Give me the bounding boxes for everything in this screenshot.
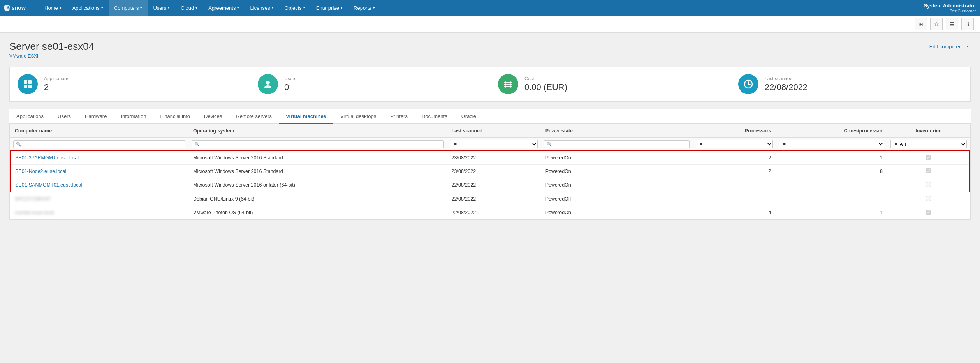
cell-os: Microsoft Windows Server 2016 Standard: [188, 165, 447, 178]
col-header-inventoried[interactable]: Inventoried: [887, 124, 970, 138]
nav-users-caret: ▾: [168, 6, 170, 10]
col-header-computer-name[interactable]: Computer name: [10, 124, 188, 138]
tab-information[interactable]: Information: [114, 109, 153, 124]
page-actions: Edit computer ⋮: [929, 42, 971, 51]
tab-remote-servers[interactable]: Remote servers: [229, 109, 279, 124]
cell-power-state: PoweredOn: [541, 206, 693, 220]
cell-power-state: PoweredOn: [541, 165, 693, 178]
svg-rect-5: [24, 85, 27, 88]
inventoried-checkbox[interactable]: [926, 155, 931, 160]
cell-cores: [776, 178, 887, 192]
inventoried-checkbox[interactable]: [926, 182, 931, 187]
cell-processors: [693, 192, 776, 206]
logo[interactable]: ❄ snow: [4, 4, 31, 12]
cell-os: Debian GNU/Linux 9 (64-bit): [188, 192, 447, 206]
page-subtitle[interactable]: VMware ESXi: [9, 53, 94, 59]
edit-computer-link[interactable]: Edit computer: [929, 44, 961, 49]
cell-last-scanned: 22/08/2022: [447, 206, 541, 220]
filter-os[interactable]: [188, 138, 447, 151]
inventoried-checkbox[interactable]: [926, 168, 931, 173]
card-last-scanned-info: Last scanned 22/08/2022: [765, 76, 808, 92]
col-header-os[interactable]: Operating system: [188, 124, 447, 138]
inventoried-checkbox[interactable]: [926, 210, 931, 215]
filter-last-scanned[interactable]: =: [447, 138, 541, 151]
page-title: Server se01-esx04: [9, 41, 94, 53]
tab-virtual-machines[interactable]: Virtual machines: [279, 109, 333, 124]
filter-power-state-input[interactable]: [544, 140, 690, 148]
print-btn[interactable]: 🖨: [961, 18, 974, 30]
toolbar: ⊞ ☆ ☰ 🖨: [0, 16, 980, 33]
tab-applications[interactable]: Applications: [9, 109, 51, 124]
card-users[interactable]: Users 0: [250, 67, 490, 101]
filter-processors-select[interactable]: =: [696, 140, 773, 148]
col-header-power-state[interactable]: Power state: [541, 124, 693, 138]
list-btn[interactable]: ☰: [946, 18, 958, 30]
filter-computer-name-input[interactable]: [13, 140, 185, 148]
nav-computers[interactable]: Computers ▾: [109, 0, 148, 16]
cell-last-scanned: 22/08/2022: [447, 178, 541, 192]
tab-financial-info[interactable]: Financial info: [153, 109, 197, 124]
cell-last-scanned: 22/08/2022: [447, 192, 541, 206]
nav-cloud[interactable]: Cloud ▾: [175, 0, 203, 16]
cell-processors: 2: [693, 151, 776, 165]
svg-rect-4: [28, 80, 32, 84]
filter-processors[interactable]: =: [693, 138, 776, 151]
svg-rect-11: [505, 81, 506, 88]
table-row[interactable]: vcenter.euse.localVMware Photon OS (64-b…: [10, 206, 970, 220]
filter-inventoried-select[interactable]: = (All) Yes No: [890, 140, 967, 148]
nav-enterprise[interactable]: Enterprise ▾: [311, 0, 348, 16]
user-info: System Administrator TestCustomer: [924, 3, 976, 13]
tab-oracle[interactable]: Oracle: [454, 109, 483, 124]
card-cost-icon: [498, 74, 518, 94]
nav-applications[interactable]: Applications ▾: [67, 0, 109, 16]
col-header-cores[interactable]: Cores/processor: [776, 124, 887, 138]
page-content: Server se01-esx04 VMware ESXi Edit compu…: [0, 33, 980, 363]
tab-virtual-desktops[interactable]: Virtual desktops: [333, 109, 383, 124]
card-cost[interactable]: Cost 0.00 (EUR): [490, 67, 730, 101]
nav-objects[interactable]: Objects ▾: [279, 0, 311, 16]
tab-hardware[interactable]: Hardware: [78, 109, 114, 124]
table-row[interactable]: SE01-Node2.euse.localMicrosoft Windows S…: [10, 165, 970, 178]
svg-point-14: [748, 84, 749, 85]
table-row[interactable]: SE01-3PARMGMT.euse.localMicrosoft Window…: [10, 151, 970, 165]
cell-cores: [776, 192, 887, 206]
nav-enterprise-caret: ▾: [341, 6, 343, 10]
table-row[interactable]: SPCZ1T290C6TDebian GNU/Linux 9 (64-bit)2…: [10, 192, 970, 206]
tab-printers[interactable]: Printers: [383, 109, 415, 124]
col-header-last-scanned[interactable]: Last scanned: [447, 124, 541, 138]
page-header: Server se01-esx04 VMware ESXi Edit compu…: [9, 41, 971, 59]
filter-os-input[interactable]: [192, 140, 444, 148]
svg-rect-6: [28, 85, 32, 88]
card-last-scanned[interactable]: Last scanned 22/08/2022: [730, 67, 970, 101]
cell-cores: 1: [776, 206, 887, 220]
col-header-processors[interactable]: Processors: [693, 124, 776, 138]
filter-power-state[interactable]: [541, 138, 693, 151]
virtual-machines-table: Computer name Operating system Last scan…: [9, 124, 971, 220]
nav-home[interactable]: Home ▾: [39, 0, 67, 16]
filter-last-scanned-select[interactable]: =: [450, 140, 538, 148]
filter-inventoried[interactable]: = (All) Yes No: [887, 138, 970, 151]
nav-reports[interactable]: Reports ▾: [348, 0, 380, 16]
filter-cores-select[interactable]: =: [779, 140, 884, 148]
filter-cores[interactable]: =: [776, 138, 887, 151]
nav-licenses[interactable]: Licenses ▾: [245, 0, 279, 16]
summary-cards: Applications 2 Users 0: [9, 67, 971, 102]
nav-agreements[interactable]: Agreements ▾: [203, 0, 245, 16]
cell-inventoried: [887, 192, 970, 206]
tab-documents[interactable]: Documents: [415, 109, 454, 124]
nav-agreements-caret: ▾: [237, 6, 239, 10]
table-row[interactable]: SE01-SANMGMT01.euse.localMicrosoft Windo…: [10, 178, 970, 192]
svg-point-7: [266, 81, 270, 85]
tab-devices[interactable]: Devices: [197, 109, 229, 124]
nav-users[interactable]: Users ▾: [148, 0, 175, 16]
cell-processors: 2: [693, 165, 776, 178]
more-options-btn[interactable]: ⋮: [964, 42, 971, 51]
cell-last-scanned: 23/08/2022: [447, 151, 541, 165]
cell-computer-name: SPCZ1T290C6T: [10, 192, 188, 206]
filter-computer-name[interactable]: [10, 138, 188, 151]
tab-users[interactable]: Users: [51, 109, 78, 124]
card-applications[interactable]: Applications 2: [10, 67, 250, 101]
favorite-btn[interactable]: ☆: [930, 18, 943, 30]
inventoried-checkbox[interactable]: [926, 196, 931, 201]
card-view-btn[interactable]: ⊞: [915, 18, 927, 30]
